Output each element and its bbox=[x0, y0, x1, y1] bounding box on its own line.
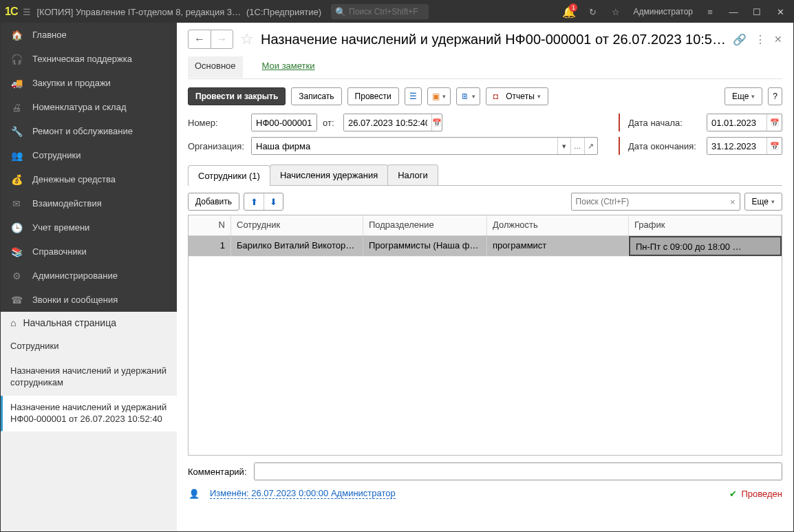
enddate-field[interactable]: 📅 bbox=[707, 137, 782, 155]
nav-label: Техническая поддержка bbox=[32, 54, 132, 64]
col-position[interactable]: Должность bbox=[487, 215, 629, 235]
crumb-employees[interactable]: Сотрудники bbox=[1, 334, 177, 359]
calendar-icon[interactable]: 📅 bbox=[431, 114, 442, 131]
global-search[interactable]: 🔍 bbox=[331, 4, 429, 19]
nav-procurement[interactable]: 🚚Закупки и продажи bbox=[1, 71, 177, 95]
close-button[interactable]: ✕ bbox=[771, 7, 789, 17]
gear-icon: ⚙ bbox=[10, 270, 23, 281]
current-user[interactable]: Администратор bbox=[633, 7, 693, 17]
label: Начальная страница bbox=[23, 317, 116, 328]
grid-header: N Сотрудник Подразделение Должность Граф… bbox=[189, 215, 782, 236]
panel-icon[interactable]: ≡ bbox=[701, 3, 719, 21]
startdate-input[interactable] bbox=[707, 114, 766, 131]
dropdown-icon[interactable]: ▾ bbox=[557, 138, 571, 154]
app-logo: 1C bbox=[5, 6, 17, 18]
forward-button[interactable]: → bbox=[211, 30, 233, 48]
toolbar: Провести и закрыть Записать Провести ☰ ▣… bbox=[188, 87, 782, 105]
tab-main[interactable]: Основное bbox=[188, 56, 243, 78]
cell-schedule[interactable]: Пн-Пт с 09:00 до 18:00 … bbox=[629, 236, 782, 256]
col-employee[interactable]: Сотрудник bbox=[231, 215, 363, 235]
help-button[interactable]: ? bbox=[768, 87, 782, 105]
org-input[interactable] bbox=[252, 138, 557, 154]
kebab-icon[interactable]: ⋮ bbox=[755, 33, 766, 46]
star-icon[interactable]: ☆ bbox=[607, 3, 625, 21]
clear-search-icon[interactable]: × bbox=[730, 197, 736, 207]
close-form-button[interactable]: ✕ bbox=[774, 34, 782, 45]
nav-repair[interactable]: 🔧Ремонт и обслуживание bbox=[1, 119, 177, 143]
enddate-input[interactable] bbox=[707, 138, 766, 154]
data-tabs: Сотрудники (1) Начисления удержания Нало… bbox=[188, 164, 782, 186]
cell-employee: Барилко Виталий Викоторо… bbox=[231, 236, 363, 256]
post-button[interactable]: Провести bbox=[347, 87, 399, 105]
nav-admin[interactable]: ⚙Администрирование bbox=[1, 264, 177, 288]
titlebar: 1C ☰ [КОПИЯ] Управление IT-отделом 8, ре… bbox=[1, 1, 793, 23]
calendar-icon[interactable]: 📅 bbox=[766, 114, 782, 131]
col-n[interactable]: N bbox=[189, 215, 231, 235]
grid-search-input[interactable] bbox=[576, 197, 730, 206]
house-icon: ⌂ bbox=[10, 317, 16, 328]
history-icon[interactable]: ↻ bbox=[583, 3, 601, 21]
number-field[interactable] bbox=[251, 114, 317, 131]
tab-accruals[interactable]: Начисления удержания bbox=[270, 164, 388, 185]
table-row[interactable]: 1 Барилко Виталий Викоторо… Программисты… bbox=[189, 236, 782, 257]
changed-link[interactable]: Изменён: 26.07.2023 0:00:00 Администрато… bbox=[210, 488, 396, 499]
comment-field[interactable] bbox=[254, 462, 783, 480]
col-schedule[interactable]: График bbox=[629, 215, 782, 235]
move-down-button[interactable]: ⬇ bbox=[264, 193, 283, 210]
calendar-icon[interactable]: 📅 bbox=[766, 138, 782, 154]
grid-more-button[interactable]: Еще▾ bbox=[744, 193, 782, 211]
more-button[interactable]: Еще▾ bbox=[725, 87, 762, 105]
nav-main[interactable]: 🏠Главное bbox=[1, 23, 177, 47]
link-icon[interactable]: 🔗 bbox=[733, 33, 747, 46]
back-button[interactable]: ← bbox=[189, 30, 211, 48]
movements-button[interactable]: ☰ bbox=[405, 87, 422, 105]
post-and-close-button[interactable]: Провести и закрыть bbox=[188, 87, 286, 105]
employees-grid: N Сотрудник Подразделение Должность Граф… bbox=[188, 215, 782, 456]
nav-time[interactable]: 🕒Учет времени bbox=[1, 215, 177, 240]
nav-interactions[interactable]: ✉Взаимодействия bbox=[1, 191, 177, 215]
start-page-link[interactable]: ⌂Начальная страница bbox=[1, 312, 177, 334]
nav-employees[interactable]: 👥Сотрудники bbox=[1, 143, 177, 167]
nav-support[interactable]: 🎧Техническая поддержка bbox=[1, 47, 177, 71]
crumb-assignments[interactable]: Назначения начислений и удержаний сотруд… bbox=[1, 359, 177, 396]
nav-directories[interactable]: 📚Справочники bbox=[1, 240, 177, 264]
favorite-star-icon[interactable]: ☆ bbox=[240, 30, 254, 48]
number-label: Номер: bbox=[188, 118, 246, 128]
global-search-input[interactable] bbox=[349, 7, 425, 17]
cell-n: 1 bbox=[189, 236, 231, 256]
grid-search[interactable]: × bbox=[571, 193, 740, 211]
tab-employees[interactable]: Сотрудники (1) bbox=[188, 165, 270, 186]
tab-taxes[interactable]: Налоги bbox=[387, 164, 438, 185]
maximize-button[interactable]: ☐ bbox=[748, 7, 766, 17]
tab-notes[interactable]: Мои заметки bbox=[255, 56, 322, 78]
crumb-current-doc[interactable]: Назначение начислений и удержаний НФ00-0… bbox=[1, 396, 177, 432]
headset-icon: 🎧 bbox=[10, 54, 23, 65]
col-department[interactable]: Подразделение bbox=[363, 215, 487, 235]
date-field[interactable]: 📅 bbox=[343, 114, 442, 131]
number-input[interactable] bbox=[252, 114, 316, 131]
org-field[interactable]: ▾ … ↗ bbox=[251, 137, 598, 155]
reports-button[interactable]: ◘ Отчеты▾ bbox=[486, 87, 548, 105]
ellipsis-icon[interactable]: … bbox=[570, 138, 584, 154]
nav-money[interactable]: 💰Денежные средства bbox=[1, 167, 177, 191]
enddate-label: Дата окончания: bbox=[628, 141, 701, 151]
nav-nomenclature[interactable]: 🖨Номенклатура и склад bbox=[1, 95, 177, 119]
nav-label: Ремонт и обслуживание bbox=[32, 126, 133, 136]
move-up-button[interactable]: ⬆ bbox=[244, 193, 264, 210]
date-input[interactable] bbox=[344, 114, 431, 131]
search-icon: 🔍 bbox=[335, 7, 346, 17]
comment-input[interactable] bbox=[255, 463, 782, 480]
save-button[interactable]: Записать bbox=[291, 87, 341, 105]
comment-label: Комментарий: bbox=[188, 467, 247, 477]
org-label: Организация: bbox=[188, 141, 246, 151]
startdate-field[interactable]: 📅 bbox=[707, 114, 782, 131]
open-icon[interactable]: ↗ bbox=[584, 138, 598, 154]
add-button[interactable]: Добавить bbox=[188, 193, 239, 211]
print-button[interactable]: 🗎▾ bbox=[456, 87, 480, 105]
bell-icon[interactable]: 🔔1 bbox=[560, 3, 578, 21]
nav-calls[interactable]: ☎Звонки и сообщения bbox=[1, 288, 177, 312]
house-icon: 🏠 bbox=[10, 30, 23, 41]
minimize-button[interactable]: — bbox=[725, 7, 742, 17]
basedon-button[interactable]: ▣▾ bbox=[427, 87, 451, 105]
hamburger-icon[interactable]: ☰ bbox=[23, 7, 31, 17]
